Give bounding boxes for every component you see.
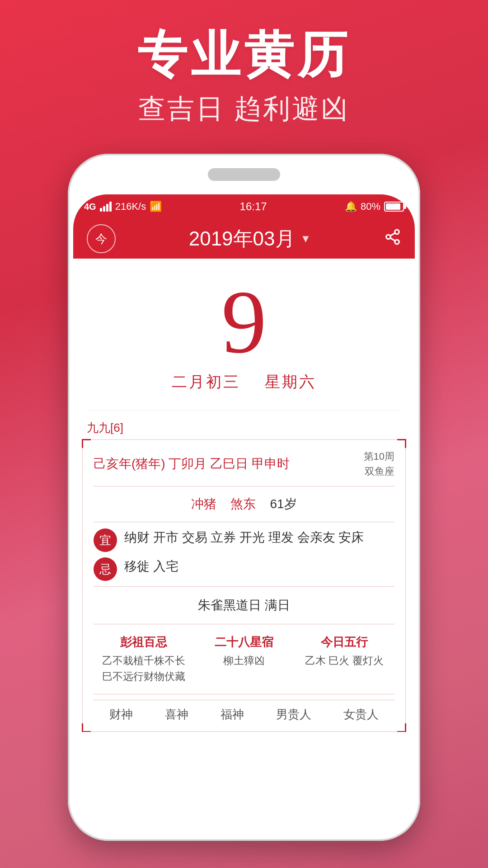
battery-fill xyxy=(386,203,400,210)
corner-br xyxy=(397,723,406,732)
svg-line-3 xyxy=(390,238,395,241)
card-divider-4 xyxy=(94,624,394,624)
ganzhi-row: 己亥年(猪年) 丁卯月 乙巳日 甲申时 第10周 双鱼座 xyxy=(94,449,394,479)
status-right: 🔔 80% xyxy=(345,201,404,212)
corner-bl xyxy=(82,723,91,732)
share-button[interactable] xyxy=(384,228,401,250)
star-28-title: 二十八星宿 xyxy=(196,634,292,650)
top-section: 专业黄历 查吉日 趋利避凶 xyxy=(0,0,488,146)
ji-badge: 忌 xyxy=(94,557,117,581)
phone-mockup: 4G 216K/s 📶 16:17 🔔 80% xyxy=(68,154,420,841)
card-divider-2 xyxy=(94,522,394,522)
yi-badge: 宜 xyxy=(94,528,117,552)
week-label: 第10周 xyxy=(364,449,394,464)
god-female-noble: 女贵人 xyxy=(343,707,379,722)
status-left: 4G 216K/s 📶 xyxy=(84,201,162,212)
peng-zu-line1: 乙不栽植千株不长 xyxy=(95,653,192,669)
god-male-noble: 男贵人 xyxy=(276,707,311,722)
special-day: 朱雀黑道日 满日 xyxy=(94,592,394,618)
main-title: 专业黄历 xyxy=(0,27,488,82)
info-grid: 彭祖百忌 乙不栽植千株不长 巳不远行财物伏藏 二十八星宿 柳土獐凶 xyxy=(94,630,394,689)
peng-zu-title: 彭祖百忌 xyxy=(95,634,192,650)
yi-row: 宜 纳财 开市 交易 立券 开光 理发 会亲友 安床 xyxy=(94,528,394,552)
ganzhi-side: 第10周 双鱼座 xyxy=(364,449,394,479)
zodiac-label: 双鱼座 xyxy=(364,464,394,479)
yi-ji-section: 宜 纳财 开市 交易 立券 开光 理发 会亲友 安床 忌 移徙 入宅 xyxy=(94,528,394,581)
chong-row: 冲猪 煞东 61岁 xyxy=(94,492,394,516)
main-content: 9 二月初三 星期六 九九[6] xyxy=(73,259,415,732)
alarm-icon: 🔔 xyxy=(345,201,357,212)
phone-screen: 4G 216K/s 📶 16:17 🔔 80% xyxy=(73,194,415,835)
status-bar: 4G 216K/s 📶 16:17 🔔 80% xyxy=(73,194,415,219)
svg-line-4 xyxy=(390,233,395,236)
star-28-item: 二十八星宿 柳土獐凶 xyxy=(194,630,294,689)
info-card: 己亥年(猪年) 丁卯月 乙巳日 甲申时 第10周 双鱼座 冲猪 煞东 xyxy=(82,439,406,732)
battery-percent: 80% xyxy=(361,201,380,212)
dropdown-arrow-icon: ▼ xyxy=(300,232,311,245)
status-time: 16:17 xyxy=(240,200,267,213)
signal-bars xyxy=(100,202,112,212)
five-element-title: 今日五行 xyxy=(296,634,393,650)
month-title[interactable]: 2019年03月 ▼ xyxy=(189,226,311,252)
star-28-content: 柳土獐凶 xyxy=(196,653,292,669)
card-divider-1 xyxy=(94,486,394,486)
weekday-label: 星期六 xyxy=(265,373,316,390)
today-button[interactable]: 今 xyxy=(87,224,116,253)
app-header: 今 2019年03月 ▼ xyxy=(73,219,415,259)
god-fushen: 福神 xyxy=(221,707,244,722)
card-divider-5 xyxy=(94,694,394,694)
battery-icon xyxy=(384,202,404,212)
god-xishen: 喜神 xyxy=(165,707,188,722)
peng-zu-line2: 巳不远行财物伏藏 xyxy=(95,669,192,684)
card-divider-3 xyxy=(94,586,394,587)
five-element-item: 今日五行 乙木 巳火 覆灯火 xyxy=(294,630,394,689)
god-caishen: 财神 xyxy=(109,707,133,722)
today-label: 今 xyxy=(95,231,107,247)
ji-row: 忌 移徙 入宅 xyxy=(94,557,394,581)
wifi-icon: 📶 xyxy=(150,201,162,212)
nine-nine-label: 九九[6] xyxy=(73,420,415,436)
chong-label1: 冲猪 xyxy=(191,497,216,511)
sub-title: 查吉日 趋利避凶 xyxy=(0,91,488,127)
ji-content: 移徙 入宅 xyxy=(124,557,394,577)
speed-label: 216K/s xyxy=(115,201,146,212)
background: 专业黄历 查吉日 趋利避凶 4G 216K/s xyxy=(0,0,488,146)
lunar-label: 二月初三 xyxy=(172,373,240,390)
date-display: 9 二月初三 星期六 xyxy=(73,259,415,401)
chong-age: 61岁 xyxy=(270,497,297,511)
month-display: 2019年03月 xyxy=(189,226,295,252)
phone-speaker xyxy=(208,168,280,181)
signal-label: 4G xyxy=(84,202,96,212)
corner-tr xyxy=(397,439,406,448)
top-divider xyxy=(87,410,401,411)
big-date-number: 9 xyxy=(73,277,415,367)
corner-tl xyxy=(82,439,91,448)
yi-content: 纳财 开市 交易 立券 开光 理发 会亲友 安床 xyxy=(124,528,394,548)
chong-label2: 煞东 xyxy=(230,497,256,511)
lunar-date: 二月初三 星期六 xyxy=(73,372,415,392)
peng-zu-content: 乙不栽植千株不长 巳不远行财物伏藏 xyxy=(95,653,192,684)
phone-shell: 4G 216K/s 📶 16:17 🔔 80% xyxy=(68,154,420,841)
peng-zu-item: 彭祖百忌 乙不栽植千株不长 巳不远行财物伏藏 xyxy=(94,630,194,689)
bottom-gods-row: 财神 喜神 福神 男贵人 女贵人 xyxy=(94,700,394,722)
ganzhi-main: 己亥年(猪年) 丁卯月 乙巳日 甲申时 xyxy=(94,455,290,472)
five-element-content: 乙木 巳火 覆灯火 xyxy=(296,653,393,669)
